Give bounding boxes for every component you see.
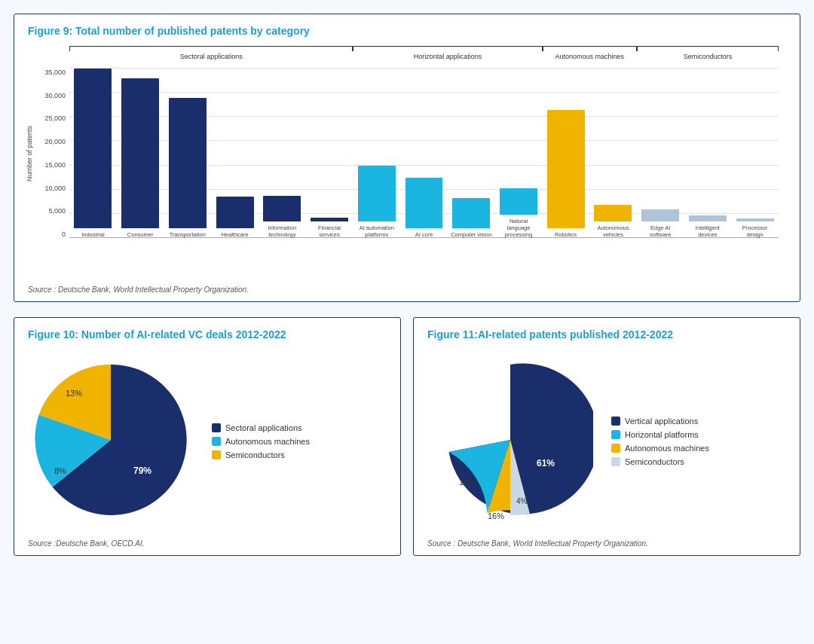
y-label: 15,000 [44, 161, 66, 169]
bar-group: AI automation platforms [353, 69, 400, 238]
category-bracket-label: Semiconductors [637, 46, 779, 60]
y-label: 5,000 [48, 207, 66, 215]
y-axis: 35,00030,00025,00020,00015,00010,0005,00… [28, 69, 69, 238]
legend-color [212, 437, 221, 446]
category-labels: Sectoral applicationsHorizontal applicat… [69, 46, 779, 69]
bar-label: Natural language processing [497, 218, 539, 238]
figure11-legend: Vertical applicationsHorizontal platform… [611, 417, 709, 466]
bracket-line [543, 46, 637, 51]
bar [452, 198, 490, 228]
bar-label: Information technology [262, 224, 303, 238]
legend-color [212, 450, 221, 459]
bar-label: Autonomous vehicles [592, 224, 634, 238]
bar-group: AI core [400, 69, 448, 238]
bar-label: AI core [415, 231, 433, 238]
bar-label: Robotics [555, 231, 577, 238]
figure10-box: Figure 10: Number of AI-related VC deals… [14, 317, 401, 556]
svg-text:61%: 61% [537, 458, 555, 469]
legend-color [611, 444, 620, 453]
svg-text:16%: 16% [488, 511, 504, 520]
legend-label: Semiconductors [625, 457, 684, 466]
figure11-pie: 61% 19% 16% 4% [427, 357, 593, 526]
y-label: 30,000 [44, 92, 66, 99]
legend-label: Vertical applications [625, 417, 698, 426]
bar-group: Information technology [259, 69, 306, 238]
bar-group: Industrial [69, 69, 117, 238]
legend-label: Semiconductors [225, 450, 285, 459]
legend-item: Sectoral applications [212, 423, 310, 432]
bracket-line [637, 46, 779, 51]
figure11-title: Figure 11:AI-related patents published 2… [427, 328, 786, 340]
legend-item: Autonomous machines [212, 437, 310, 446]
legend-color [611, 417, 620, 426]
figure11-box: Figure 11:AI-related patents published 2… [413, 317, 800, 556]
bar [594, 205, 632, 222]
bar-group: Computer vision [448, 69, 495, 238]
bar-label: AI automation platforms [356, 224, 397, 238]
chart-bars: IndustrialConsumerTransportationHealthca… [69, 69, 779, 238]
legend-item: Autonomous machines [611, 444, 709, 453]
legend-color [212, 423, 221, 432]
bar-label: Financial services [309, 224, 350, 238]
bar-group: Consumer [117, 69, 164, 238]
bar [121, 78, 159, 228]
bar-chart: Number of patents 35,00030,00025,00020,0… [28, 46, 786, 279]
bar-group: Autonomous vehicles [589, 69, 637, 238]
legend-label: Autonomous machines [625, 444, 709, 453]
bar [405, 178, 443, 229]
bar-label: Transportation [170, 231, 206, 238]
bar [311, 218, 348, 221]
bar-label: Intelligent devices [687, 224, 728, 238]
figure10-title: Figure 10: Number of AI-related VC deals… [28, 328, 387, 340]
figure10-source: Source :Deutsche Bank, OECD.AI. [28, 539, 387, 548]
bar-group: Transportation [164, 69, 211, 238]
legend-color [611, 430, 620, 439]
bar [641, 209, 679, 221]
bar [500, 188, 537, 215]
legend-item: Semiconductors [212, 450, 310, 459]
y-label: 35,000 [44, 69, 66, 76]
bar-label: Processor design [734, 224, 776, 238]
bar [689, 215, 727, 221]
figure10-legend: Sectoral applicationsAutonomous machines… [212, 423, 310, 459]
figure10-pie: 79% 8% 13% [28, 357, 194, 526]
bar [169, 98, 207, 228]
y-label: 20,000 [44, 138, 66, 145]
legend-color [611, 457, 620, 466]
figure11-source: Source : Deutsche Bank, World Intellectu… [427, 539, 786, 548]
bar-group: Edge AI software [637, 69, 684, 238]
svg-text:19%: 19% [459, 478, 476, 487]
svg-text:79%: 79% [133, 465, 151, 476]
bar [74, 69, 112, 228]
legend-item: Semiconductors [611, 457, 709, 466]
bar-label: Consumer [127, 231, 154, 238]
bar-label: Industrial [81, 231, 104, 238]
bracket-line [353, 46, 542, 51]
bar-group: Robotics [542, 69, 589, 238]
category-bracket-label: Autonomous machines [543, 46, 637, 60]
bar [736, 218, 774, 221]
y-label: 25,000 [44, 114, 66, 122]
category-bracket-label: Sectoral applications [69, 46, 353, 60]
bracket-line [69, 46, 353, 51]
bar [263, 196, 301, 221]
y-label: 10,000 [44, 185, 66, 192]
legend-label: Autonomous machines [225, 437, 310, 446]
bottom-row: Figure 10: Number of AI-related VC deals… [14, 317, 800, 556]
category-bracket-label: Horizontal applications [353, 46, 542, 60]
bar [547, 110, 585, 229]
bar-label: Computer vision [451, 231, 491, 238]
legend-item: Horizontal platforms [611, 430, 709, 439]
figure9-source: Source : Deutsche Bank, World Intellectu… [28, 285, 786, 294]
bar-group: Processor design [731, 69, 779, 238]
legend-label: Horizontal platforms [625, 430, 699, 439]
bar-group: Natural language processing [495, 69, 543, 238]
bar-label: Healthcare [221, 231, 248, 238]
svg-text:4%: 4% [516, 497, 528, 505]
svg-text:13%: 13% [66, 389, 82, 398]
figure11-pie-section: 61% 19% 16% 4% Vertical applicationsHori… [427, 349, 786, 533]
legend-label: Sectoral applications [225, 423, 302, 432]
bar [216, 197, 254, 228]
figure10-pie-section: 79% 8% 13% Sectoral applicationsAutonomo… [28, 349, 387, 533]
figure9-title: Figure 9: Total number of published pate… [28, 25, 786, 37]
